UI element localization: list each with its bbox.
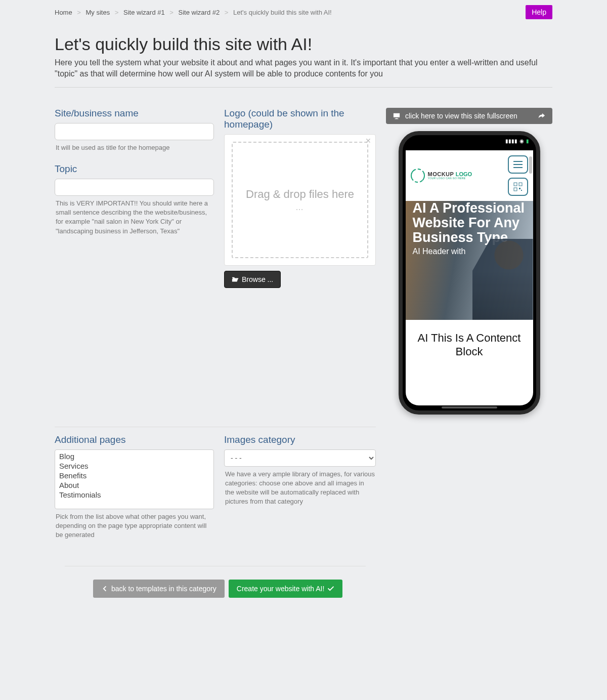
breadcrumb-wizard-2[interactable]: Site wizard #2 xyxy=(179,9,220,16)
wifi-icon: ◉ xyxy=(519,138,524,144)
additional-pages-option[interactable]: About xyxy=(55,480,213,490)
additional-pages-help: Pick from the list above what other page… xyxy=(56,512,213,540)
phone-status-icons: ▮▮▮▮ ◉ ▮ xyxy=(505,138,529,144)
site-name-label: Site/business name xyxy=(55,108,214,119)
svg-rect-3 xyxy=(519,188,521,189)
site-name-input[interactable] xyxy=(55,123,214,140)
fullscreen-label: click here to view this site fullscreen xyxy=(405,112,517,120)
create-button-label: Create your website with AI! xyxy=(237,585,325,593)
additional-pages-option[interactable]: Benefits xyxy=(55,471,213,480)
phone-screen[interactable]: MOCKUP LOGO YOUR LOGO CAN GO HERE xyxy=(406,150,533,405)
images-category-select[interactable]: - - - xyxy=(224,449,376,467)
browse-button[interactable]: Browse ... xyxy=(224,271,281,288)
additional-pages-label: Additional pages xyxy=(55,434,214,445)
site-name-help: It will be used as title for the homepag… xyxy=(56,143,213,152)
breadcrumb-my-sites[interactable]: My sites xyxy=(86,9,110,16)
help-button[interactable]: Help xyxy=(526,5,552,19)
images-category-help: We have a very ample library of images, … xyxy=(225,470,375,507)
browse-label: Browse ... xyxy=(242,275,273,283)
monitor-icon xyxy=(393,112,400,119)
breadcrumb-home[interactable]: Home xyxy=(55,9,72,16)
signal-icon: ▮▮▮▮ xyxy=(505,138,517,144)
divider xyxy=(65,566,366,566)
logo-upload-panel: ✕ Drag & drop files here … xyxy=(224,134,376,266)
back-button[interactable]: back to templates in this category xyxy=(93,580,225,598)
phone-preview: ▮▮▮▮ ◉ ▮ MOCKUP LOGO YOUR LOG xyxy=(399,131,540,415)
topic-help: This is VERY IMPORTANT!! You should writ… xyxy=(56,199,213,236)
preview-content-block: AI This Is A Contenct Block xyxy=(406,320,533,370)
logo-label: Logo (could be shown in the homepage) xyxy=(224,108,376,130)
qr-icon[interactable] xyxy=(508,178,528,196)
hamburger-icon[interactable] xyxy=(508,155,528,174)
share-arrow-icon xyxy=(538,112,545,119)
preview-logo-text-sub: YOUR LOGO CAN GO HERE xyxy=(428,177,472,180)
close-icon[interactable]: ✕ xyxy=(365,137,371,145)
divider xyxy=(55,87,552,88)
preview-hero-title: AI A Professional Website For Any Busine… xyxy=(413,201,526,245)
preview-scrollbar[interactable] xyxy=(529,156,532,174)
topic-input[interactable] xyxy=(55,179,214,196)
page-title: Let's quickly build this site with AI! xyxy=(55,34,552,54)
fullscreen-button[interactable]: click here to view this site fullscreen xyxy=(386,108,552,124)
images-category-label: Images category xyxy=(224,434,376,445)
create-button[interactable]: Create your website with AI! xyxy=(229,580,343,598)
preview-logo-mark xyxy=(411,169,425,183)
battery-icon: ▮ xyxy=(526,138,529,144)
logo-dropzone[interactable]: Drag & drop files here … xyxy=(232,142,368,258)
preview-logo-text-accent: LOGO xyxy=(456,171,472,177)
phone-notch xyxy=(439,137,500,146)
divider xyxy=(55,427,376,427)
svg-rect-0 xyxy=(514,183,517,186)
preview-logo-text-main: MOCKUP xyxy=(428,171,456,177)
svg-rect-2 xyxy=(514,188,517,191)
page-description: Here you tell the system what your websi… xyxy=(55,57,552,80)
preview-logo: MOCKUP LOGO YOUR LOGO CAN GO HERE xyxy=(411,169,472,183)
additional-pages-option[interactable]: Testimonials xyxy=(55,490,213,500)
chevron-left-icon xyxy=(101,585,108,592)
preview-hero: AI A Professional Website For Any Busine… xyxy=(406,201,533,320)
preview-content-title: AI This Is A Contenct Block xyxy=(415,331,524,359)
phone-home-indicator xyxy=(442,406,497,408)
breadcrumb-current: Let's quickly build this site with AI! xyxy=(233,9,332,16)
breadcrumb: Home > My sites > Site wizard #1 > Site … xyxy=(55,6,332,19)
additional-pages-option[interactable]: Blog xyxy=(55,451,213,461)
svg-rect-1 xyxy=(519,183,522,186)
breadcrumb-wizard-1[interactable]: Site wizard #1 xyxy=(123,9,165,16)
dropzone-ellipsis: … xyxy=(295,203,305,212)
back-button-label: back to templates in this category xyxy=(111,585,216,593)
additional-pages-option[interactable]: Services xyxy=(55,461,213,471)
topic-label: Topic xyxy=(55,163,214,175)
folder-open-icon xyxy=(232,276,239,283)
svg-rect-4 xyxy=(521,190,522,191)
additional-pages-select[interactable]: BlogServicesBenefitsAboutTestimonials xyxy=(55,449,214,509)
check-icon xyxy=(327,585,334,592)
dropzone-text: Drag & drop files here xyxy=(246,188,354,201)
